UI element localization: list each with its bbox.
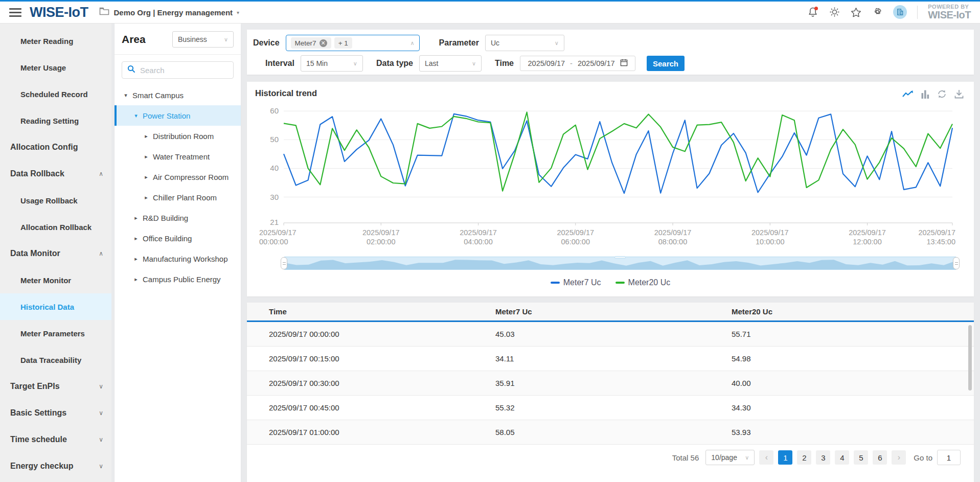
table-row[interactable]: 2025/09/17 00:45:0055.3234.30 [247,396,974,420]
sidebar-item-allocation-rollback[interactable]: Allocation Rollback [0,214,111,240]
caret-collapsed-icon[interactable]: ▸ [142,153,150,160]
caret-collapsed-icon[interactable]: ▸ [132,215,140,221]
search-icon [127,65,135,75]
interval-select[interactable]: 15 Min ∨ [301,55,363,72]
sidebar-item-time-schedule[interactable]: Time schedule∨ [0,426,111,453]
top-bar: WISE-IoT Demo Org | Energy management ▾ … [0,0,980,24]
area-search-box[interactable] [122,61,234,79]
notifications-bell-icon[interactable] [807,7,818,18]
sidebar-item-usage-rollback[interactable]: Usage Rollback [0,187,111,214]
date-range-picker[interactable]: 2025/09/17 - 2025/09/17 [520,56,635,71]
caret-expanded-icon[interactable]: ▾ [132,112,140,119]
page-size-select[interactable]: 10/page ∨ [705,450,755,465]
data-table-card: TimeMeter7 UcMeter20 Uc 2025/09/17 00:00… [247,303,974,482]
sidebar-item-data-monitor[interactable]: Data Monitor∧ [0,240,111,267]
table-row[interactable]: 2025/09/17 00:00:0045.0355.71 [247,322,974,347]
column-header-meter20-uc[interactable]: Meter20 Uc [710,307,974,316]
tree-node-manufacturing-workshop[interactable]: ▸Manufacturing Workshop [115,248,241,269]
sidebar-item-energy-checkup[interactable]: Energy checkup∨ [0,453,111,479]
search-button[interactable]: Search [647,56,685,71]
goto-page-input[interactable] [937,450,961,465]
download-icon[interactable] [954,89,964,101]
date-end: 2025/09/17 [578,59,615,67]
tree-node-air-compressor-room[interactable]: ▸Air Compressor Room [115,167,241,187]
refresh-icon[interactable] [937,89,947,101]
theme-brightness-icon[interactable] [829,7,840,18]
brand-logo: WISE-IoT [30,5,88,20]
caret-collapsed-icon[interactable]: ▸ [132,276,140,283]
user-avatar[interactable] [893,5,907,19]
page-button-2[interactable]: 2 [797,450,811,465]
area-tree: ▾Smart Campus▾Power Station▸Distribution… [115,83,241,289]
line-chart-icon[interactable] [902,90,914,100]
trend-chart[interactable]: 60504030212025/09/1700:00:002025/09/1702… [255,100,966,254]
favorites-star-icon[interactable] [850,7,861,18]
area-type-select[interactable]: Business ∨ [172,31,234,48]
table-header: TimeMeter7 UcMeter20 Uc [247,303,974,322]
sidebar-item-label: Time schedule [10,435,67,444]
hamburger-menu-icon[interactable] [9,8,21,17]
datatype-select[interactable]: Last ∨ [419,55,482,72]
sidebar-item-scheduled-record[interactable]: Scheduled Record [0,81,111,107]
next-page-button[interactable]: › [892,450,906,465]
sidebar-item-meter-monitor[interactable]: Meter Monitor [0,267,111,293]
column-header-time[interactable]: Time [247,307,473,316]
sidebar-item-data-traceability[interactable]: Data Traceability [0,347,111,373]
page-button-4[interactable]: 4 [835,450,849,465]
column-header-meter7-uc[interactable]: Meter7 Uc [473,307,710,316]
tree-node-water-treatment[interactable]: ▸Water Treatment [115,146,241,167]
bar-chart-icon[interactable] [921,90,929,101]
caret-collapsed-icon[interactable]: ▸ [132,256,140,262]
datazoom-right-handle[interactable] [953,257,960,269]
chip-close-icon[interactable]: ✕ [320,39,327,47]
device-multiselect[interactable]: Meter7 ✕ + 1 ∧ [286,35,420,51]
caret-expanded-icon[interactable]: ▾ [122,92,130,99]
tree-node-chiller-plant-room[interactable]: ▸Chiller Plant Room [115,187,241,208]
sidebar-item-historical-data[interactable]: Historical Data [0,293,111,320]
table-row[interactable]: 2025/09/17 00:15:0034.1154.98 [247,347,974,371]
page-button-6[interactable]: 6 [873,450,887,465]
table-scrollbar[interactable] [968,325,972,391]
sidebar-item-target-enpis[interactable]: Target EnPIs∨ [0,373,111,400]
tree-node-r-d-building[interactable]: ▸R&D Building [115,208,241,228]
svg-text:00:00:00: 00:00:00 [259,238,288,246]
tree-node-distribution-room[interactable]: ▸Distribution Room [115,126,241,146]
device-more-chip: + 1 [334,37,352,49]
tree-node-campus-public-energy[interactable]: ▸Campus Public Energy [115,269,241,289]
caret-collapsed-icon[interactable]: ▸ [142,194,150,201]
sidebar-item-allocation-config[interactable]: Allocation Config [0,134,111,160]
datazoom-slider[interactable] [284,257,956,270]
caret-collapsed-icon[interactable]: ▸ [142,174,150,180]
sidebar-item-label: Data Traceability [20,356,81,364]
table-cell: 35.91 [473,379,710,387]
settings-gear-icon[interactable] [872,7,883,18]
caret-collapsed-icon[interactable]: ▸ [142,133,150,140]
org-selector[interactable]: Demo Org | Energy management ▾ [99,7,239,17]
sidebar-item-meter-reading[interactable]: Meter Reading [0,28,111,54]
tree-node-smart-campus[interactable]: ▾Smart Campus [115,85,241,105]
datazoom-left-handle[interactable] [281,257,287,269]
svg-text:60: 60 [270,106,279,115]
page-button-3[interactable]: 3 [816,450,830,465]
sidebar-item-reading-setting[interactable]: Reading Setting [0,107,111,134]
page-button-5[interactable]: 5 [854,450,868,465]
table-row[interactable]: 2025/09/17 00:30:0035.9140.00 [247,371,974,396]
legend-item-meter20-uc[interactable]: Meter20 Uc [616,278,671,287]
parameter-select[interactable]: Uc ∨ [485,35,564,51]
legend-item-meter7-uc[interactable]: Meter7 Uc [551,278,601,287]
page-button-1[interactable]: 1 [778,450,792,465]
sidebar-item-basic-settings[interactable]: Basic Settings∨ [0,400,111,426]
table-row[interactable]: 2025/09/17 01:00:0058.0553.93 [247,420,974,445]
prev-page-button[interactable]: ‹ [759,450,773,465]
sidebar-item-label: Data Monitor [10,249,60,258]
area-search-input[interactable] [140,66,228,75]
sidebar-item-data-rollback[interactable]: Data Rollback∧ [0,160,111,187]
goto-label: Go to [914,453,932,462]
caret-collapsed-icon[interactable]: ▸ [132,235,140,242]
sidebar-item-meter-usage[interactable]: Meter Usage [0,54,111,81]
datazoom-grip[interactable] [614,256,626,259]
sidebar-item-meter-parameters[interactable]: Meter Parameters [0,320,111,347]
sidebar-item-label: Reading Setting [20,117,79,125]
tree-node-office-building[interactable]: ▸Office Building [115,228,241,248]
tree-node-power-station[interactable]: ▾Power Station [115,105,241,126]
